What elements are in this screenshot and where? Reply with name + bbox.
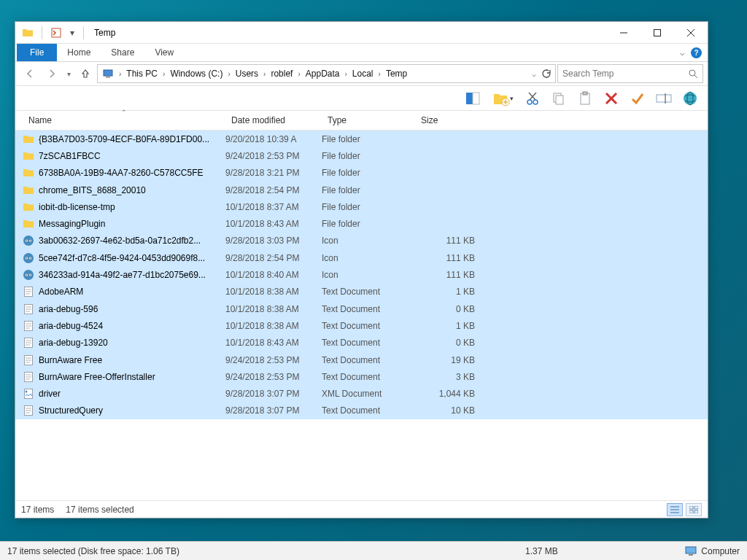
file-name: BurnAware Free-OfferInstaller [39,372,155,382]
view-icons-button[interactable] [686,503,702,516]
recent-dropdown-icon[interactable]: ▾ [63,64,74,83]
file-list[interactable]: {B3BA7D03-5709-4ECF-B0FA-89D1FD00...9/20… [15,131,708,500]
file-date: 9/20/2018 10:39 A [225,134,322,144]
xml-icon [23,388,34,400]
help-icon[interactable]: ? [691,47,702,58]
breadcrumb-seg[interactable]: Users [233,67,261,80]
svg-point-28 [23,236,34,246]
chevron-right-icon[interactable]: › [261,70,268,78]
file-type: File folder [322,219,415,229]
ribbon-collapse-icon[interactable]: ⌵ [680,48,685,58]
table-row[interactable]: 346233ad-914a-49f2-ae77-d1bc2075e69...10… [15,266,708,283]
file-name: 7zSCAB1FBCC [39,151,101,161]
computer-icon [685,546,697,556]
copy-icon[interactable] [549,88,569,109]
address-dropdown-icon[interactable]: ⌵ [532,70,536,78]
svg-point-14 [527,100,532,104]
address-bar[interactable]: › This PC› Windows (C:)› Users› roblef› … [97,64,556,83]
svg-rect-79 [694,510,698,513]
folder-icon [23,184,34,196]
qat-properties-icon[interactable] [48,25,64,41]
rename-icon[interactable] [654,88,674,109]
chevron-right-icon[interactable]: › [343,70,349,78]
tab-share[interactable]: Share [101,44,144,61]
status-disk: 17 items selected (Disk free space: 1.06… [7,546,179,556]
minimize-button[interactable] [607,22,640,44]
chevron-right-icon[interactable]: › [117,70,123,78]
back-button[interactable] [20,64,40,83]
pc-icon[interactable] [99,66,117,81]
up-button[interactable] [75,64,96,83]
table-row[interactable]: {B3BA7D03-5709-4ECF-B0FA-89D1FD00...9/20… [15,131,708,147]
table-row[interactable]: aria-debug-1392010/1/2018 8:43 AMText Do… [15,335,708,351]
column-type[interactable]: Type [322,111,415,130]
svg-rect-19 [556,96,563,104]
table-row[interactable]: 5cee742f-d7c8-4f5e-9424-0453dd9069f8...9… [15,249,708,266]
breadcrumb-seg[interactable]: Local [349,67,376,80]
delete-icon[interactable] [601,88,622,109]
file-date: 9/28/2018 3:21 PM [225,168,322,178]
svg-point-41 [26,274,27,275]
file-type: Text Document [322,304,415,314]
breadcrumb-seg[interactable]: AppData [303,67,343,80]
table-row[interactable]: 3ab00632-2697-4e62-bd5a-0a71c2dfb2...9/2… [15,233,708,249]
forward-button[interactable] [42,64,62,83]
table-row[interactable]: StructuredQuery9/28/2018 3:07 PMText Doc… [15,402,708,419]
cut-icon[interactable] [522,88,543,109]
maximize-button[interactable] [640,22,674,44]
tab-home[interactable]: Home [57,44,101,61]
table-row[interactable]: 6738BA0A-19B9-4AA7-8260-C578CC5FE9/28/20… [15,165,708,182]
breadcrumb-seg[interactable]: Windows (C:) [167,67,225,80]
table-row[interactable]: BurnAware Free-OfferInstaller9/24/2018 2… [15,368,708,385]
breadcrumb-seg[interactable]: This PC [123,67,160,80]
search-icon[interactable] [688,69,698,79]
qat-dropdown-icon[interactable]: ▾ [67,25,77,41]
table-row[interactable]: aria-debug-59610/1/2018 8:38 AMText Docu… [15,300,708,317]
column-headers: Name⌃ Date modified Type Size [15,111,708,131]
table-row[interactable]: MessagingPlugin10/1/2018 8:43 AMFile fol… [15,215,708,232]
table-row[interactable]: 7zSCAB1FBCC9/24/2018 2:53 PMFile folder [15,147,708,164]
file-date: 9/28/2018 2:54 PM [225,253,322,263]
separator [83,26,84,39]
status-location: Computer [701,546,740,556]
svg-rect-10 [473,93,479,104]
table-row[interactable]: driver9/28/2018 3:07 PMXML Document1,044… [15,385,708,402]
new-folder-icon[interactable]: ▾ [489,88,516,109]
table-row[interactable]: AdobeARM10/1/2018 8:38 AMText Document1 … [15,284,708,300]
table-row[interactable]: iobit-db-license-tmp10/1/2018 8:37 AMFil… [15,198,708,215]
chevron-right-icon[interactable]: › [295,70,302,78]
breadcrumb-seg[interactable]: Temp [383,67,410,80]
chevron-right-icon[interactable]: › [225,70,232,78]
file-size: 0 KB [415,304,484,314]
status-size: 1.37 MB [525,546,558,556]
column-name[interactable]: Name⌃ [23,111,225,130]
table-row[interactable]: chrome_BITS_8688_200109/28/2018 2:54 PMF… [15,182,708,198]
column-size[interactable]: Size [415,111,475,130]
tab-view[interactable]: View [144,44,184,61]
close-button[interactable] [674,22,708,44]
file-type: File folder [322,134,415,144]
paste-icon[interactable] [575,88,595,109]
table-row[interactable]: aria-debug-452410/1/2018 8:38 AMText Doc… [15,317,708,334]
tab-file[interactable]: File [17,44,57,61]
globe-icon[interactable] [680,88,700,109]
panes-icon[interactable] [462,88,483,109]
chevron-right-icon[interactable]: › [376,70,383,78]
chevron-right-icon[interactable]: › [160,70,167,78]
svg-point-26 [684,92,697,105]
view-details-button[interactable] [667,503,683,516]
svg-point-31 [26,241,27,241]
column-date[interactable]: Date modified [225,111,322,130]
file-name: 346233ad-914a-49f2-ae77-d1bc2075e69... [39,270,206,280]
refresh-icon[interactable] [541,69,551,79]
svg-rect-6 [106,77,110,78]
file-type: Text Document [322,338,415,348]
titlebar[interactable]: ▾ Temp [15,22,708,44]
app-icon[interactable] [20,25,36,41]
search-input[interactable]: Search Temp [557,64,703,83]
select-icon[interactable] [627,88,648,109]
breadcrumb-seg[interactable]: roblef [268,67,295,80]
file-size: 10 KB [415,405,484,416]
file-type: Text Document [322,287,415,297]
table-row[interactable]: BurnAware Free9/24/2018 2:53 PMText Docu… [15,351,708,368]
